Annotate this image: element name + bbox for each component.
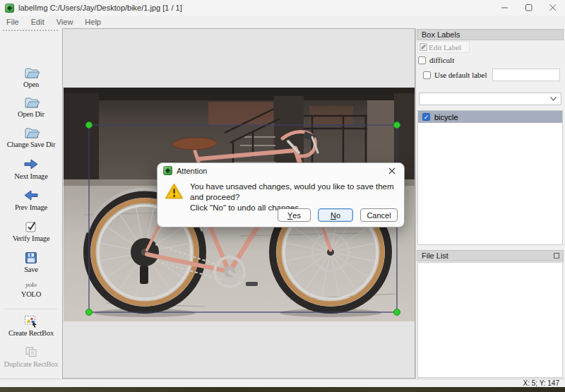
- attention-dialog: Attention You have unsaved changes, woul…: [157, 162, 405, 227]
- folder-change-save-icon: [0, 125, 62, 140]
- toolbar-button-save[interactable]: Save: [0, 250, 62, 273]
- create-rectbox-icon: [0, 314, 62, 328]
- window-title: labelImg C:/Users/Jay/Desktop/bike/1.jpg…: [18, 4, 182, 12]
- toolbar-button-verify-image[interactable]: Verify Image: [0, 219, 62, 242]
- menu-edit[interactable]: Edit: [31, 18, 44, 26]
- menu-bar: File Edit View Help: [0, 16, 565, 28]
- cancel-button[interactable]: Cancel: [360, 208, 398, 222]
- toolbar-drag-handle[interactable]: [3, 30, 58, 31]
- box-labels-header: Box Labels: [417, 29, 564, 40]
- toolbar-button-open-dir[interactable]: Open Dir: [0, 95, 62, 118]
- toolbar-button-open[interactable]: Open: [0, 65, 62, 88]
- warning-icon: [165, 183, 184, 200]
- title-bar: labelImg C:/Users/Jay/Desktop/bike/1.jpg…: [0, 0, 565, 16]
- arrow-right-icon: [0, 157, 62, 172]
- toolbar-button-next-image[interactable]: Next Image: [0, 157, 62, 180]
- toolbar-button-duplicate-rectbox: Duplicate RectBox: [0, 345, 62, 368]
- toolbar-button-prev-image[interactable]: Prev Image: [0, 188, 62, 211]
- app-icon: [5, 4, 14, 13]
- bbox-handle-bottom-left[interactable]: [86, 309, 93, 316]
- desktop-background-strip: [0, 387, 565, 392]
- verify-check-icon: [0, 219, 62, 234]
- bbox-handle-top-right[interactable]: [394, 122, 400, 129]
- label-checked-checkbox[interactable]: ✓: [422, 113, 430, 121]
- dialog-title: Attention: [177, 167, 207, 175]
- label-combobox[interactable]: [419, 93, 561, 105]
- cursor-coordinates: X: 5; Y: 147: [523, 379, 559, 387]
- bbox-handle-top-left[interactable]: [86, 122, 93, 129]
- folder-open-icon: [0, 65, 62, 80]
- default-label-input[interactable]: [492, 69, 560, 81]
- dialog-app-icon: [163, 166, 172, 175]
- use-default-label-checkbox[interactable]: [423, 71, 431, 79]
- use-default-label-checkbox-row[interactable]: Use default label: [423, 71, 487, 79]
- difficult-checkbox[interactable]: [418, 57, 426, 64]
- pencil-icon: [420, 43, 427, 51]
- dialog-close-icon[interactable]: [387, 166, 397, 176]
- toolbar-button-change-save-dir[interactable]: Change Save Dir: [0, 125, 62, 148]
- difficult-checkbox-row[interactable]: difficult: [418, 56, 454, 64]
- left-toolbar: Open Open Dir Change Save Dir Next Image: [0, 28, 62, 379]
- labelimg-window: labelImg C:/Users/Jay/Desktop/bike/1.jpg…: [0, 0, 565, 392]
- file-list-header: File List: [417, 250, 564, 261]
- edit-label-button[interactable]: Edit Label: [417, 41, 470, 53]
- floppy-disk-icon: [0, 250, 62, 265]
- right-panel: Box Labels Edit Label difficult Use defa…: [415, 28, 565, 379]
- box-label-list[interactable]: ✓ bicycle: [417, 110, 563, 245]
- folder-open-dir-icon: [0, 95, 62, 109]
- status-bar: X: 5; Y: 147: [0, 379, 565, 387]
- label-list-item-bicycle[interactable]: ✓ bicycle: [418, 111, 562, 123]
- menu-help[interactable]: Help: [85, 18, 101, 26]
- bbox-handle-bottom-right[interactable]: [394, 309, 400, 316]
- toolbar-separator: [4, 309, 57, 309]
- yolo-text-icon: yolo: [0, 280, 62, 290]
- toolbar-button-yolo[interactable]: yolo YOLO: [0, 280, 62, 298]
- arrow-left-icon: [0, 188, 62, 203]
- yes-button[interactable]: Yes: [278, 208, 311, 222]
- minimize-button[interactable]: [493, 0, 517, 16]
- menu-file[interactable]: File: [6, 18, 19, 26]
- duplicate-rectbox-icon: [0, 345, 62, 360]
- dialog-title-bar: Attention: [157, 163, 404, 178]
- file-list[interactable]: [417, 262, 563, 378]
- no-button[interactable]: No: [318, 208, 353, 222]
- maximize-button[interactable]: [517, 0, 541, 16]
- toolbar-button-create-rectbox[interactable]: Create RectBox: [0, 314, 62, 337]
- float-panel-icon[interactable]: [554, 253, 559, 259]
- menu-view[interactable]: View: [56, 18, 73, 26]
- close-button[interactable]: [541, 0, 565, 16]
- chevron-down-icon: [550, 97, 557, 101]
